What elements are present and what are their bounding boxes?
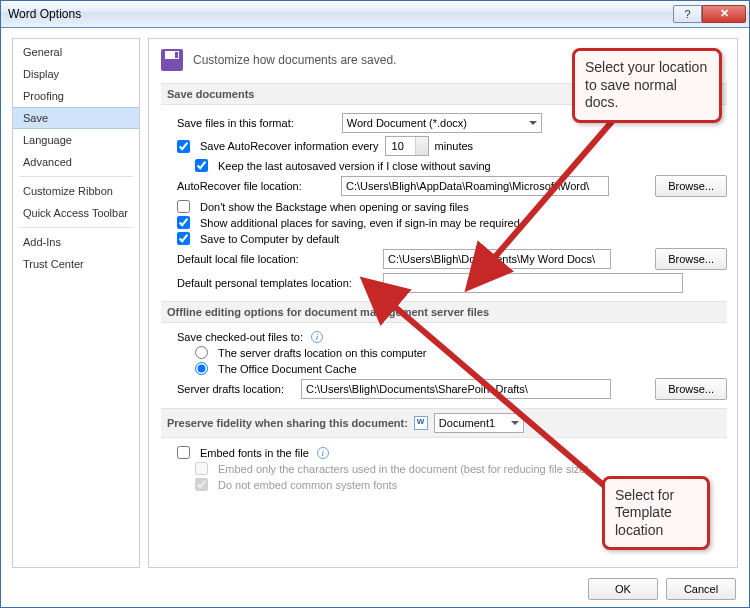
save-to-computer-label: Save to Computer by default (200, 233, 339, 245)
autorecover-minutes-spinner[interactable]: 10 (385, 136, 429, 156)
sidebar-item-quick-access-toolbar[interactable]: Quick Access Toolbar (13, 202, 139, 224)
no-common-fonts-checkbox (195, 478, 208, 491)
window-title: Word Options (8, 7, 673, 21)
save-icon (161, 49, 183, 71)
no-common-fonts-label: Do not embed common system fonts (218, 479, 397, 491)
autorecover-browse-button[interactable]: Browse... (655, 175, 727, 197)
window-close-button[interactable] (702, 5, 746, 23)
keep-last-checkbox[interactable] (195, 159, 208, 172)
window-titlebar: Word Options ? (0, 0, 750, 28)
sidebar-item-advanced[interactable]: Advanced (13, 151, 139, 173)
additional-places-checkbox[interactable] (177, 216, 190, 229)
autorecover-checkbox[interactable] (177, 140, 190, 153)
annotation-callout-template: Select for Template location (602, 476, 710, 551)
sidebar-item-add-ins[interactable]: Add-Ins (13, 231, 139, 253)
no-backstage-label: Don't show the Backstage when opening or… (200, 201, 469, 213)
annotation-callout-normal-docs: Select your location to save normal docs… (572, 48, 722, 123)
embed-fonts-checkbox[interactable] (177, 446, 190, 459)
window-help-button[interactable]: ? (673, 5, 702, 23)
autorecover-label: Save AutoRecover information every (200, 140, 379, 152)
preserve-fidelity-label: Preserve fidelity when sharing this docu… (167, 417, 408, 429)
default-local-location-label: Default local file location: (177, 253, 377, 265)
info-icon[interactable]: i (311, 331, 323, 343)
checked-out-label: Save checked-out files to: (177, 331, 303, 343)
personal-templates-label: Default personal templates location: (177, 277, 377, 289)
autorecover-unit: minutes (435, 140, 474, 152)
sidebar-item-customize-ribbon[interactable]: Customize Ribbon (13, 180, 139, 202)
cancel-button[interactable]: Cancel (666, 578, 736, 600)
default-local-browse-button[interactable]: Browse... (655, 248, 727, 270)
embed-fonts-label: Embed fonts in the file (200, 447, 309, 459)
sidebar-item-language[interactable]: Language (13, 129, 139, 151)
server-drafts-location-label: Server drafts location: (177, 383, 295, 395)
save-format-label: Save files in this format: (177, 117, 294, 129)
keep-last-label: Keep the last autosaved version if I clo… (218, 160, 491, 172)
page-subtitle: Customize how documents are saved. (193, 53, 396, 67)
sidebar-item-display[interactable]: Display (13, 63, 139, 85)
server-drafts-browse-button[interactable]: Browse... (655, 378, 727, 400)
no-backstage-checkbox[interactable] (177, 200, 190, 213)
server-drafts-radio[interactable] (195, 346, 208, 359)
autorecover-location-label: AutoRecover file location: (177, 180, 335, 192)
category-sidebar: General Display Proofing Save Language A… (12, 38, 140, 568)
sidebar-item-proofing[interactable]: Proofing (13, 85, 139, 107)
embed-subset-checkbox (195, 462, 208, 475)
ok-button[interactable]: OK (588, 578, 658, 600)
info-icon[interactable]: i (317, 447, 329, 459)
sidebar-item-trust-center[interactable]: Trust Center (13, 253, 139, 275)
save-to-computer-checkbox[interactable] (177, 232, 190, 245)
office-cache-radio[interactable] (195, 362, 208, 375)
sidebar-item-general[interactable]: General (13, 41, 139, 63)
svg-line-1 (387, 300, 615, 495)
office-cache-radio-label: The Office Document Cache (218, 363, 357, 375)
svg-line-0 (488, 118, 615, 265)
sidebar-item-save[interactable]: Save (13, 107, 139, 129)
